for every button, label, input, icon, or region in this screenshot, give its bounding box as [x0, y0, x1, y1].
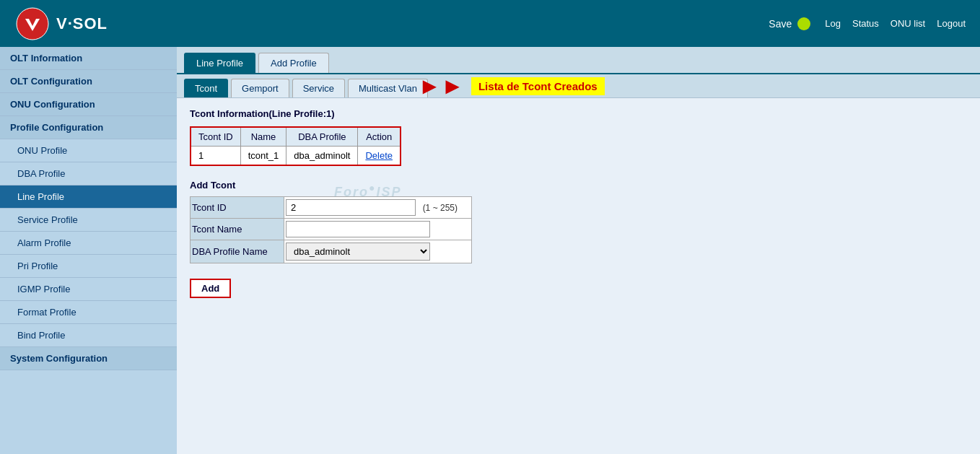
add-button[interactable]: Add	[190, 279, 231, 298]
sidebar-item-olt-information[interactable]: OLT Information	[0, 47, 177, 70]
delete-link[interactable]: Delete	[365, 150, 393, 161]
main-layout: OLT Information OLT Configuration ONU Co…	[0, 47, 980, 454]
nav-logout[interactable]: Logout	[937, 18, 966, 29]
tab-bar-top: Line Profile Add Profile	[177, 47, 980, 74]
tab-service[interactable]: Service	[292, 79, 345, 97]
arrow-icon: ►►	[419, 74, 464, 97]
sidebar: OLT Information OLT Configuration ONU Co…	[0, 47, 177, 454]
page-content: Tcont Information(Line Profile:1) Tcont …	[177, 98, 980, 308]
sidebar-item-bind-profile[interactable]: Bind Profile	[0, 324, 177, 347]
sidebar-item-dba-profile[interactable]: DBA Profile	[0, 162, 177, 185]
sidebar-item-profile-configuration[interactable]: Profile Configuration	[0, 116, 177, 139]
add-tcont-title: Add Tcont	[190, 180, 967, 191]
add-tcont-section: Add Tcont Foro●ISP Tcont ID (1 ~ 255)	[190, 180, 967, 298]
sidebar-item-service-profile[interactable]: Service Profile	[0, 209, 177, 232]
label-tcont-name: Tcont Name	[191, 219, 284, 240]
sidebar-item-alarm-profile[interactable]: Alarm Profile	[0, 232, 177, 255]
header-save-area: Save	[769, 17, 810, 30]
logo-area: V·SOL	[14, 6, 108, 42]
tab-add-profile[interactable]: Add Profile	[258, 53, 329, 73]
input-cell-tcont-name	[284, 219, 472, 240]
form-row-dba-profile: DBA Profile Name dba_adminolt	[191, 240, 472, 263]
tcont-name-input[interactable]	[286, 221, 430, 237]
sidebar-item-onu-profile[interactable]: ONU Profile	[0, 139, 177, 162]
header: V·SOL Save Log Status ONU list Logout	[0, 0, 980, 47]
col-dba-profile: DBA Profile	[286, 127, 358, 147]
annotation-row: ►► Lista de Tcont Creados	[419, 74, 605, 97]
form-row-tcont-id: Tcont ID (1 ~ 255)	[191, 197, 472, 219]
status-indicator	[797, 17, 810, 30]
label-tcont-id: Tcont ID	[191, 197, 284, 219]
input-cell-tcont-id: (1 ~ 255)	[284, 197, 472, 219]
nav-status[interactable]: Status	[852, 18, 879, 29]
header-right: Save Log Status ONU list Logout	[769, 17, 966, 30]
sidebar-item-pri-profile[interactable]: Pri Profile	[0, 255, 177, 278]
sidebar-item-igmp-profile[interactable]: IGMP Profile	[0, 278, 177, 301]
tcont-table: Tcont ID Name DBA Profile Action 1 tcont…	[190, 126, 401, 166]
nav-log[interactable]: Log	[825, 18, 841, 29]
nav-onu-list[interactable]: ONU list	[891, 18, 925, 29]
save-label: Save	[769, 18, 792, 30]
annotation-label: Lista de Tcont Creados	[471, 77, 605, 95]
form-watermark-wrapper: Foro●ISP Tcont ID (1 ~ 255) Tcont Name	[190, 196, 472, 263]
vsol-logo-icon	[14, 6, 51, 42]
content-area: Line Profile Add Profile Tcont Gemport S…	[177, 47, 980, 454]
cell-dba-profile: dba_adminolt	[286, 147, 358, 166]
cell-action: Delete	[358, 147, 401, 166]
label-dba-profile-name: DBA Profile Name	[191, 240, 284, 263]
sidebar-item-olt-configuration[interactable]: OLT Configuration	[0, 70, 177, 93]
col-name: Name	[240, 127, 286, 147]
tab-tcont[interactable]: Tcont	[184, 79, 228, 97]
cell-name: tcont_1	[240, 147, 286, 166]
tcont-info-title: Tcont Information(Line Profile:1)	[190, 108, 967, 119]
tcont-table-wrapper: Tcont ID Name DBA Profile Action 1 tcont…	[190, 126, 401, 170]
col-action: Action	[358, 127, 401, 147]
cell-tcont-id: 1	[191, 147, 240, 166]
header-nav: Log Status ONU list Logout	[825, 18, 966, 29]
add-tcont-form-table: Tcont ID (1 ~ 255) Tcont Name	[190, 196, 472, 263]
tab-line-profile[interactable]: Line Profile	[184, 53, 255, 73]
form-row-tcont-name: Tcont Name	[191, 219, 472, 240]
col-tcont-id: Tcont ID	[191, 127, 240, 147]
tab-gemport[interactable]: Gemport	[231, 79, 289, 97]
input-cell-dba-profile: dba_adminolt	[284, 240, 472, 263]
sidebar-item-onu-configuration[interactable]: ONU Configuration	[0, 93, 177, 116]
sidebar-item-system-configuration[interactable]: System Configuration	[0, 347, 177, 370]
tab-multicast-vlan[interactable]: Multicast Vlan	[348, 79, 428, 97]
logo-text: V·SOL	[56, 14, 108, 33]
dba-profile-select[interactable]: dba_adminolt	[286, 243, 430, 261]
sidebar-item-line-profile[interactable]: Line Profile	[0, 185, 177, 209]
table-row: 1 tcont_1 dba_adminolt Delete	[191, 147, 401, 166]
tcont-id-hint: (1 ~ 255)	[423, 203, 458, 213]
sidebar-item-format-profile[interactable]: Format Profile	[0, 301, 177, 324]
tcont-id-input[interactable]	[286, 199, 416, 216]
